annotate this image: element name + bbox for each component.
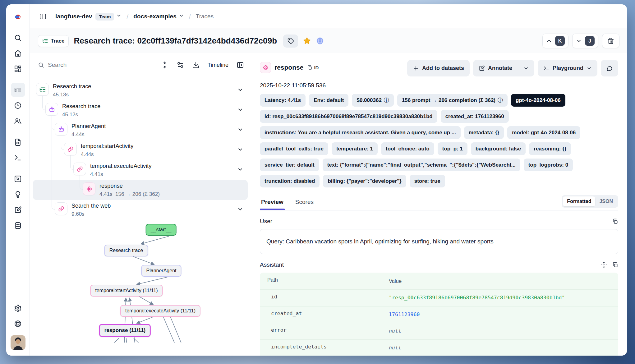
public-globe-icon[interactable]: [316, 37, 324, 45]
sidebar-item-lightbulb[interactable]: [11, 187, 25, 201]
view-settings-icon[interactable]: [177, 61, 184, 69]
trace-tree-item[interactable]: Research trace45.13s: [33, 81, 248, 100]
metadata-badge[interactable]: tool_choice: auto: [381, 142, 434, 155]
tab-scores[interactable]: Scores: [294, 196, 315, 210]
format-option-json[interactable]: JSON: [595, 196, 617, 206]
bookmark-star-icon[interactable]: [303, 37, 311, 45]
metadata-badge[interactable]: created_at: 1761123960: [441, 110, 509, 123]
previous-trace-button[interactable]: K: [542, 34, 568, 48]
project-switcher-chevron-icon[interactable]: [179, 13, 184, 20]
trace-tree-item[interactable]: Search the web9.60s: [33, 200, 248, 218]
metadata-badge[interactable]: Env: default: [309, 94, 348, 107]
annotate-dropdown-chevron-icon[interactable]: [518, 60, 534, 76]
metadata-badge[interactable]: billing: {"payer":"developer"}: [323, 175, 406, 187]
metadata-badge[interactable]: metadata: {}: [464, 126, 504, 139]
metadata-badge[interactable]: store: true: [410, 175, 445, 187]
sidebar-item-tracing[interactable]: [11, 83, 25, 97]
sidebar-item-search[interactable]: [11, 30, 25, 45]
settings-icon: [14, 304, 22, 312]
chevron-down-icon[interactable]: [237, 87, 243, 94]
tab-preview[interactable]: Preview: [260, 196, 285, 210]
chevron-down-icon[interactable]: [237, 206, 243, 214]
metadata-badge[interactable]: truncation: disabled: [260, 175, 320, 187]
metadata-badge[interactable]: top_p: 1: [438, 142, 467, 155]
tree-search[interactable]: [38, 62, 154, 68]
user-avatar[interactable]: [11, 335, 25, 350]
sidebar-toggle-icon[interactable]: [39, 13, 47, 20]
sidebar-item-settings[interactable]: [11, 301, 25, 315]
sidebar-item-terminal[interactable]: [11, 150, 25, 165]
graph-node-start[interactable]: __start__: [146, 224, 177, 236]
sidebar-item-home[interactable]: [11, 46, 25, 60]
model-badge[interactable]: gpt-4o-2024-08-06: [511, 94, 565, 107]
copy-icon[interactable]: [612, 262, 618, 268]
sidebar-item-lifebuoy[interactable]: [11, 316, 25, 331]
next-trace-button[interactable]: J: [572, 34, 598, 48]
column-header-value: Value: [389, 273, 618, 289]
playground-button[interactable]: Playground: [538, 60, 597, 76]
table-header-row: Path Value: [260, 273, 618, 290]
metadata-badge[interactable]: $0.000362ⓘ: [352, 94, 393, 107]
sidebar-item-database[interactable]: [11, 218, 25, 233]
metadata-badge[interactable]: id: resp_00c633f89186b6970068f89e78547c8…: [260, 110, 437, 123]
comment-button[interactable]: [601, 60, 618, 76]
trace-tree-item[interactable]: PlannerAgent4.44s: [33, 120, 248, 140]
metadata-badge[interactable]: Latency: 4.41s: [260, 94, 306, 107]
trace-tree-item[interactable]: Research trace45.12s: [33, 100, 248, 120]
tree-search-input[interactable]: [48, 62, 154, 68]
metadata-badge[interactable]: instructions: You are a helpful research…: [260, 126, 461, 139]
collapse-all-icon[interactable]: [161, 61, 168, 69]
playground-chevron-icon: [587, 66, 592, 71]
langfuse-logo-icon[interactable]: [6, 4, 30, 29]
trace-tree-item[interactable]: response4.41s 156 → 206 (Σ 362): [33, 180, 248, 200]
sidebar-item-file-code[interactable]: [11, 135, 25, 149]
add-to-datasets-button[interactable]: Add to datasets: [407, 60, 470, 76]
chevron-down-icon[interactable]: [237, 127, 243, 134]
org-switcher-chevron-icon[interactable]: [116, 13, 122, 20]
sidebar-item-percent[interactable]: [11, 172, 25, 186]
graph-node-start-activity[interactable]: temporal:startActivity (11/11): [90, 285, 163, 297]
sidebar-item-clock[interactable]: [11, 98, 25, 113]
trace-tree-item[interactable]: temporal:executeActivity4.41s: [33, 160, 248, 180]
metadata-badge[interactable]: background: false: [471, 142, 526, 155]
graph-node-planner-agent[interactable]: PlannerAgent: [141, 265, 182, 277]
chevron-down-icon[interactable]: [237, 166, 243, 174]
observation-metadata-badges: Latency: 4.41sEnv: default$0.000362ⓘ156 …: [260, 94, 618, 191]
home-icon: [14, 49, 22, 57]
sidebar-item-dashboard[interactable]: [11, 62, 25, 76]
format-option-formatted[interactable]: Formatted: [563, 196, 595, 206]
graph-node-execute-activity[interactable]: temporal:executeActivity (11/11): [120, 305, 200, 317]
detail-tabs: Preview Scores Formatted JSON: [260, 195, 618, 210]
metadata-badge[interactable]: temperature: 1: [332, 142, 378, 155]
chevron-down-icon[interactable]: [237, 146, 243, 154]
graph-node-response[interactable]: response (11/11): [99, 324, 151, 337]
tag-icon[interactable]: [283, 35, 298, 48]
sidebar-item-clipboard-pen[interactable]: [11, 203, 25, 217]
tracing-icon: [14, 86, 22, 94]
tree-item-label: temporal:startActivity: [81, 143, 133, 149]
copy-icon[interactable]: [612, 218, 618, 224]
timeline-toggle[interactable]: Timeline: [208, 62, 228, 68]
breadcrumb-org[interactable]: langfuse-dev: [55, 13, 92, 20]
metadata-badge[interactable]: parallel_tool_calls: true: [260, 142, 328, 155]
metadata-badge[interactable]: top_logprobs: 0: [524, 159, 573, 171]
collapse-panel-icon[interactable]: [237, 61, 244, 69]
metadata-badge[interactable]: 156 prompt → 206 completion (Σ 362)ⓘ: [397, 94, 508, 107]
delete-trace-button[interactable]: [602, 34, 619, 48]
org-plan-badge: Team: [95, 13, 114, 21]
breadcrumb-project[interactable]: docs-examples: [133, 13, 177, 20]
expand-icon[interactable]: [601, 262, 607, 268]
metadata-badge[interactable]: model: gpt-4o-2024-08-06: [507, 126, 580, 139]
trace-tree-item[interactable]: temporal:startActivity4.44s: [33, 140, 248, 160]
sidebar-item-users[interactable]: [11, 114, 25, 128]
graph-node-research-trace[interactable]: Research trace: [104, 245, 148, 256]
metadata-badge[interactable]: service_tier: default: [260, 159, 319, 171]
breadcrumb-section[interactable]: Traces: [196, 13, 214, 20]
download-icon[interactable]: [192, 61, 200, 69]
lifebuoy-icon: [14, 320, 22, 328]
metadata-badge[interactable]: reasoning: {}: [529, 142, 571, 155]
metadata-badge[interactable]: text: {"format":{"name":"final_output","…: [323, 159, 520, 171]
annotate-button[interactable]: Annotate: [473, 60, 518, 76]
chevron-down-icon[interactable]: [237, 107, 243, 114]
copy-id-button[interactable]: ID: [307, 65, 319, 70]
